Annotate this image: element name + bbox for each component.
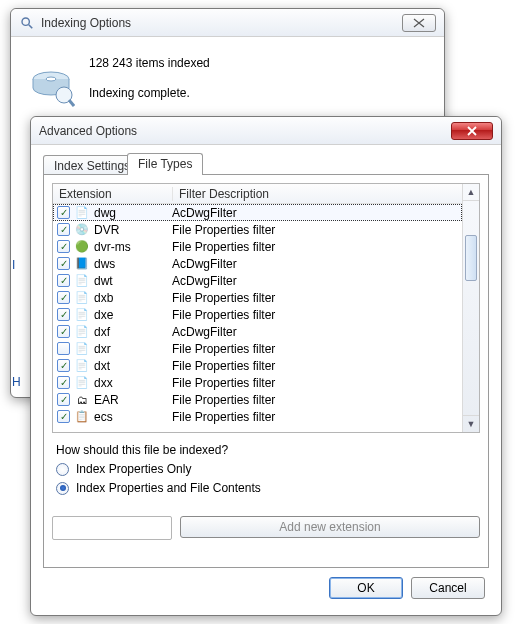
- index-question: How should this file be indexed?: [56, 443, 476, 457]
- file-types-list[interactable]: Extension Filter Description ✓📄dwgAcDwgF…: [52, 183, 480, 433]
- table-row[interactable]: ✓🟢dvr-msFile Properties filter: [53, 238, 462, 255]
- file-icon: 📋: [74, 409, 90, 425]
- description-cell: File Properties filter: [172, 393, 462, 407]
- file-icon: 🗂: [74, 392, 90, 408]
- checkbox[interactable]: [57, 342, 70, 355]
- svg-line-5: [69, 100, 74, 106]
- extension-cell: dxb: [94, 291, 172, 305]
- table-row[interactable]: ✓📘dwsAcDwgFilter: [53, 255, 462, 272]
- description-cell: File Properties filter: [172, 240, 462, 254]
- description-cell: File Properties filter: [172, 308, 462, 322]
- description-cell: File Properties filter: [172, 342, 462, 356]
- file-icon: 📘: [74, 256, 90, 272]
- list-header[interactable]: Extension Filter Description: [53, 184, 462, 204]
- file-icon: 💿: [74, 222, 90, 238]
- indexing-options-titlebar[interactable]: Indexing Options: [11, 9, 444, 37]
- table-row[interactable]: ✓📋ecsFile Properties filter: [53, 408, 462, 425]
- radio-icon: [56, 463, 69, 476]
- advanced-options-window: Advanced Options Index Settings File Typ…: [30, 116, 502, 616]
- scrollbar[interactable]: ▲ ▼: [462, 184, 479, 432]
- file-icon: 📄: [74, 290, 90, 306]
- table-row[interactable]: ✓💿DVRFile Properties filter: [53, 221, 462, 238]
- file-icon: 📄: [74, 273, 90, 289]
- table-row[interactable]: ✓📄dwtAcDwgFilter: [53, 272, 462, 289]
- table-row[interactable]: ✓📄dxeFile Properties filter: [53, 306, 462, 323]
- file-types-pane: Extension Filter Description ✓📄dwgAcDwgF…: [43, 174, 489, 568]
- cancel-button[interactable]: Cancel: [411, 577, 485, 599]
- table-row[interactable]: ✓📄dxtFile Properties filter: [53, 357, 462, 374]
- advanced-options-titlebar[interactable]: Advanced Options: [31, 117, 501, 145]
- table-row[interactable]: ✓📄dwgAcDwgFilter: [53, 204, 462, 221]
- svg-point-0: [22, 18, 29, 25]
- new-extension-input[interactable]: [52, 516, 172, 540]
- radio-properties-only[interactable]: Index Properties Only: [56, 462, 476, 476]
- extension-cell: dxx: [94, 376, 172, 390]
- table-row[interactable]: ✓📄dxbFile Properties filter: [53, 289, 462, 306]
- scroll-track[interactable]: [463, 201, 479, 415]
- description-cell: AcDwgFilter: [172, 206, 462, 220]
- file-icon: 📄: [74, 324, 90, 340]
- peek-text: I: [12, 258, 15, 272]
- extension-cell: dxr: [94, 342, 172, 356]
- checkbox[interactable]: ✓: [57, 376, 70, 389]
- svg-line-1: [29, 24, 33, 28]
- magnifier-icon: [19, 15, 35, 31]
- checkbox[interactable]: ✓: [57, 359, 70, 372]
- extension-cell: dxt: [94, 359, 172, 373]
- peek-text: H: [12, 375, 21, 389]
- tab-strip: Index Settings File Types: [43, 153, 489, 175]
- column-filter-description[interactable]: Filter Description: [173, 187, 462, 201]
- extension-cell: dvr-ms: [94, 240, 172, 254]
- checkbox[interactable]: ✓: [57, 206, 70, 219]
- scroll-thumb[interactable]: [465, 235, 477, 281]
- drive-icon: [27, 61, 75, 109]
- extension-cell: dxe: [94, 308, 172, 322]
- description-cell: File Properties filter: [172, 291, 462, 305]
- indexing-status: Indexing complete.: [89, 83, 210, 103]
- scroll-up-icon[interactable]: ▲: [463, 184, 479, 201]
- items-indexed-count: 128 243 items indexed: [89, 53, 210, 73]
- table-row[interactable]: ✓📄dxfAcDwgFilter: [53, 323, 462, 340]
- description-cell: File Properties filter: [172, 410, 462, 424]
- add-new-extension-button[interactable]: Add new extension: [180, 516, 480, 538]
- close-button[interactable]: [451, 122, 493, 140]
- description-cell: File Properties filter: [172, 359, 462, 373]
- file-icon: 📄: [74, 205, 90, 221]
- radio-label: Index Properties and File Contents: [76, 481, 261, 495]
- column-extension[interactable]: Extension: [53, 187, 173, 201]
- extension-cell: dws: [94, 257, 172, 271]
- description-cell: File Properties filter: [172, 223, 462, 237]
- extension-cell: dxf: [94, 325, 172, 339]
- file-icon: 📄: [74, 358, 90, 374]
- indexing-options-title: Indexing Options: [41, 16, 131, 30]
- checkbox[interactable]: ✓: [57, 325, 70, 338]
- checkbox[interactable]: ✓: [57, 308, 70, 321]
- checkbox[interactable]: ✓: [57, 410, 70, 423]
- close-button[interactable]: [402, 14, 436, 32]
- description-cell: AcDwgFilter: [172, 257, 462, 271]
- indexing-options-body: 128 243 items indexed Indexing complete.: [11, 37, 444, 123]
- extension-cell: dwg: [94, 206, 172, 220]
- extension-cell: EAR: [94, 393, 172, 407]
- checkbox[interactable]: ✓: [57, 393, 70, 406]
- table-row[interactable]: 📄dxrFile Properties filter: [53, 340, 462, 357]
- ok-button[interactable]: OK: [329, 577, 403, 599]
- table-row[interactable]: ✓📄dxxFile Properties filter: [53, 374, 462, 391]
- checkbox[interactable]: ✓: [57, 291, 70, 304]
- file-icon: 🟢: [74, 239, 90, 255]
- checkbox[interactable]: ✓: [57, 257, 70, 270]
- extension-cell: DVR: [94, 223, 172, 237]
- file-icon: 📄: [74, 341, 90, 357]
- checkbox[interactable]: ✓: [57, 223, 70, 236]
- tab-file-types[interactable]: File Types: [127, 153, 203, 175]
- description-cell: AcDwgFilter: [172, 274, 462, 288]
- description-cell: AcDwgFilter: [172, 325, 462, 339]
- table-row[interactable]: ✓🗂EARFile Properties filter: [53, 391, 462, 408]
- scroll-down-icon[interactable]: ▼: [463, 415, 479, 432]
- radio-icon: [56, 482, 69, 495]
- checkbox[interactable]: ✓: [57, 274, 70, 287]
- checkbox[interactable]: ✓: [57, 240, 70, 253]
- file-icon: 📄: [74, 375, 90, 391]
- radio-properties-and-contents[interactable]: Index Properties and File Contents: [56, 481, 476, 495]
- extension-cell: dwt: [94, 274, 172, 288]
